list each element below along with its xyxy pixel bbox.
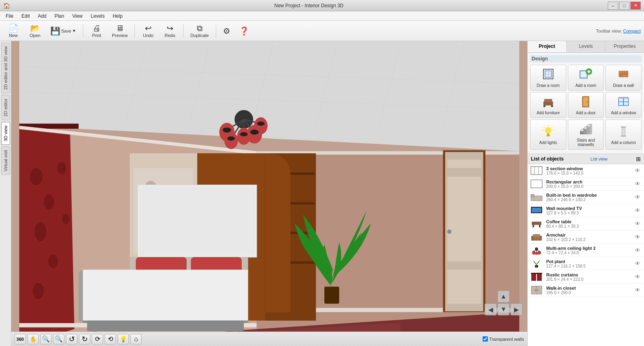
new-button[interactable]: 📄 New [3, 23, 23, 39]
orbit2-button[interactable]: ⟲ [105, 334, 116, 344]
menu-add[interactable]: Add [34, 12, 50, 20]
list-item[interactable]: Built-in bed in wardrobe 280.4 × 240.4 ×… [528, 191, 644, 204]
add-room-button[interactable]: Add a room [568, 65, 604, 91]
obj-info-curtains: Rustic curtains 201.9 × 24.4 × 222.0 [546, 272, 630, 282]
preview-icon: 🖥 [116, 24, 124, 32]
svg-marker-47 [83, 270, 248, 321]
close-button[interactable]: ✕ [630, 2, 641, 10]
undo-button[interactable]: ↩ Undo [138, 23, 158, 39]
obj-eye-pot-plant[interactable]: 👁 [634, 260, 642, 268]
tab-virtual[interactable]: Virtual visit [1, 146, 10, 175]
add-column-button[interactable]: Add a column [605, 119, 642, 150]
hand-tool-button[interactable]: ✋ [27, 334, 39, 344]
add-lights-button[interactable]: Add lights [530, 119, 566, 150]
list-item[interactable]: Pot plant 127.4 × 116.2 × 158.5 👁 [528, 257, 644, 270]
obj-info-bed: Built-in bed in wardrobe 280.4 × 240.4 ×… [546, 193, 630, 202]
obj-eye-coffee-table[interactable]: 👁 [634, 220, 642, 228]
tab-2d[interactable]: 2D editor [1, 95, 10, 120]
add-window-button[interactable]: Add a window [605, 92, 642, 118]
draw-wall-button[interactable]: Draw a wall [605, 65, 642, 91]
obj-eye-walkin-closet[interactable]: 👁 [634, 286, 642, 294]
nav-down[interactable]: ▼ [497, 303, 510, 315]
toolbar-separator3 [183, 24, 184, 38]
list-item[interactable]: Rectangular arch 200.0 × 15.0 × 200.0 👁 [528, 177, 644, 191]
list-item[interactable]: Rustic curtains 201.9 × 24.4 × 222.0 👁 [528, 270, 644, 284]
tab-2d-3d[interactable]: 2D editor and 3D view [1, 43, 10, 93]
rotate-right-button[interactable]: ↻ [79, 334, 90, 344]
menu-levels[interactable]: Levels [87, 12, 109, 20]
zoom-out-button[interactable]: 🔍 [40, 334, 52, 344]
obj-eye-armchair[interactable]: 👁 [634, 233, 642, 241]
help-button[interactable]: ❓ [235, 23, 253, 39]
obj-eye-tv[interactable]: 👁 [634, 206, 642, 214]
transparent-walls-checkbox[interactable] [483, 336, 488, 342]
svg-rect-113 [590, 124, 592, 134]
svg-rect-91 [544, 99, 552, 102]
menu-file[interactable]: File [2, 12, 17, 20]
menu-help[interactable]: Help [109, 12, 127, 20]
svg-rect-112 [586, 126, 590, 134]
obj-info-coffee-table: Coffee table 80.4 × 80.1 × 30.3 [546, 219, 630, 229]
preview-button[interactable]: 🖥 Preview [108, 23, 131, 39]
obj-eye-window3[interactable]: 👁 [634, 167, 642, 175]
view-360-button[interactable]: 360 [14, 334, 26, 344]
nav-up[interactable]: ▲ [497, 290, 510, 303]
svg-rect-135 [540, 236, 542, 241]
svg-rect-129 [532, 208, 541, 212]
tab-project[interactable]: Project [528, 41, 567, 52]
svg-point-151 [537, 289, 539, 291]
list-view-button[interactable]: List view [590, 157, 607, 161]
design-grid-row1: Draw a room Add a room [530, 65, 642, 91]
rotate-left-button[interactable]: ↺ [66, 334, 77, 344]
transparent-walls-toggle[interactable]: Transparent walls [483, 336, 524, 342]
open-button[interactable]: 📂 Open [25, 23, 45, 39]
minimize-button[interactable]: – [608, 2, 618, 10]
nav-left[interactable]: ◀ [485, 303, 497, 315]
list-item[interactable]: Coffee table 80.4 × 80.1 × 30.3 👁 [528, 217, 644, 231]
svg-rect-119 [621, 135, 626, 137]
obj-eye-curtains[interactable]: 👁 [634, 273, 642, 281]
obj-eye-bed[interactable]: 👁 [634, 193, 642, 201]
list-item[interactable]: Multi-arm ceiling light 2 72.4 × 72.4 × … [528, 244, 644, 257]
tab-properties[interactable]: Properties [605, 41, 644, 52]
list-item[interactable]: Wall mounted TV 127.8 × 5.5 × 89.3 👁 [528, 204, 644, 217]
obj-eye-arch[interactable]: 👁 [634, 180, 642, 188]
list-section: List of objects List view ⊞ 3 section wi… [528, 154, 644, 346]
duplicate-button[interactable]: ⧉ Duplicate [187, 23, 213, 39]
tab-levels[interactable]: Levels [567, 41, 606, 52]
obj-eye-ceiling-light[interactable]: 👁 [634, 246, 642, 254]
objects-list[interactable]: 3 section window 176.0 × 15.0 × 142.0 👁 … [528, 164, 644, 346]
toolbar-separator [83, 24, 83, 38]
zoom-in-button[interactable]: 🔍 [53, 334, 64, 344]
add-furniture-button[interactable]: Add furniture [530, 92, 566, 118]
settings-button[interactable]: ⚙ [219, 23, 234, 39]
toolbar-view-link[interactable]: Compact [623, 29, 641, 33]
list-item[interactable]: Walk-in closet 195.0 × 200.0 👁 [528, 284, 644, 297]
save-icon: 💾 [50, 27, 60, 35]
redo-button[interactable]: ↪ Redo [160, 23, 180, 39]
print-button[interactable]: 🖨 Print [87, 23, 107, 39]
add-lights-icon [542, 125, 555, 139]
nav-right[interactable]: ▶ [510, 303, 522, 315]
menu-edit[interactable]: Edit [17, 12, 34, 20]
stairs-icon [579, 122, 592, 137]
menu-plan[interactable]: Plan [50, 12, 68, 20]
light-button[interactable]: 💡 [118, 334, 129, 344]
list-item[interactable]: 3 section window 176.0 × 15.0 × 142.0 👁 [528, 164, 644, 177]
stairs-button[interactable]: Stairs and stairwells [568, 119, 604, 150]
maximize-button[interactable]: □ [619, 2, 630, 10]
svg-rect-130 [532, 222, 541, 225]
orbit-button[interactable]: ⟳ [92, 334, 103, 344]
menu-view[interactable]: View [68, 12, 87, 20]
save-button[interactable]: 💾 Save ▼ [47, 23, 80, 39]
tab-3d[interactable]: 3D view [1, 122, 10, 145]
list-view-icon[interactable]: ⊞ [636, 156, 641, 162]
list-item[interactable]: Armchair 102.6 × 103.2 × 110.2 👁 [528, 231, 644, 244]
home-view-button[interactable]: ⌂ [130, 334, 142, 344]
add-door-button[interactable]: Add a door [568, 92, 604, 118]
draw-wall-icon [617, 68, 630, 82]
draw-room-button[interactable]: Draw a room [530, 65, 566, 91]
svg-point-59 [447, 229, 452, 234]
svg-point-71 [223, 128, 231, 133]
window-controls[interactable]: – □ ✕ [608, 2, 641, 10]
